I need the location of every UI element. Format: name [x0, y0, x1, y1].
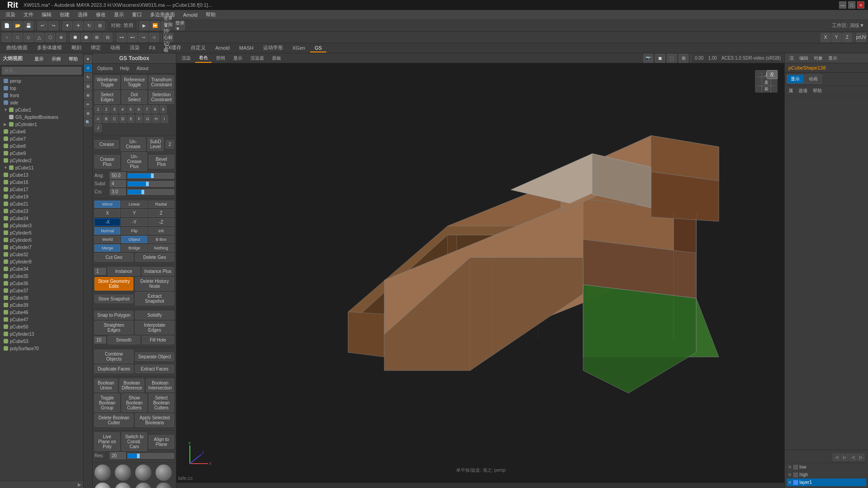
tool-universal[interactable]: ⊕ [84, 91, 92, 99]
layer-prev-btn[interactable]: ◁ [833, 454, 840, 461]
gs-flip-btn[interactable]: Flip [121, 227, 147, 235]
gs-store-snapshot-btn[interactable]: Store Snapshot [94, 295, 133, 303]
gs-crease-plus-btn[interactable]: Crease Plus [94, 155, 120, 169]
tab-mash[interactable]: MASH [235, 44, 258, 52]
outliner-item-top[interactable]: top [0, 84, 83, 92]
layer-checkbox-low[interactable] [793, 465, 798, 469]
menu-render[interactable]: 渲染 [2, 10, 19, 19]
gs-btn-1[interactable]: 1 [94, 105, 102, 113]
tab-fxcache[interactable]: FX缓存 [160, 43, 186, 53]
outliner-item-pcube17[interactable]: pCube17 [0, 186, 83, 193]
gs-mirror-btn[interactable]: Mirror [94, 201, 120, 208]
minimize-button[interactable]: — [839, 1, 846, 9]
vp-tab-lighting[interactable]: 照明 [212, 54, 229, 62]
tab-curves[interactable]: 曲线/曲面 [2, 43, 32, 53]
menu-window[interactable]: 窗口 [128, 10, 146, 19]
outliner-item-pcyl7[interactable]: pCylinder7 [0, 244, 83, 251]
outliner-item-pcyl3[interactable]: pCylinder3 [0, 222, 83, 229]
tb2-btn5[interactable]: ⬡ [45, 33, 55, 42]
layer-item-layer1[interactable]: R layer1 [787, 479, 866, 486]
gs-btn-j[interactable]: J [94, 124, 102, 132]
menu-arnold[interactable]: Arnold [179, 11, 201, 19]
gs-btn-g[interactable]: G [144, 115, 151, 123]
gs-uncrease-btn[interactable]: Un-Crease [121, 137, 145, 151]
tab-rig[interactable]: 绑定 [86, 43, 105, 53]
gs-bbox-btn[interactable]: B Box [148, 236, 174, 243]
material-ball-3[interactable] [135, 465, 151, 481]
material-ball-1[interactable] [94, 465, 111, 481]
gs-straighten-edges-btn[interactable]: Straighten Edges [94, 321, 133, 334]
gs-align-plane-btn[interactable]: Align to Plane [149, 435, 174, 449]
gs-bool-diff-btn[interactable]: Boolean Difference [119, 379, 144, 392]
gs-toggle-bool-btn[interactable]: Toggle Boolean Group [94, 394, 120, 412]
outliner-item-front[interactable]: front [0, 92, 83, 99]
toolbar-render2[interactable]: ⏩ [150, 21, 160, 30]
gs-combine-objects-btn[interactable]: Combine Objects [94, 350, 133, 363]
gs-delete-history-btn[interactable]: Delete History Node [135, 277, 174, 291]
outliner-item-persp[interactable]: persp [0, 77, 83, 84]
toolbar-redo[interactable]: ↪ [48, 21, 58, 30]
gs-delete-bool-btn[interactable]: Delete Boolean Cutter [94, 413, 133, 427]
gs-smooth-num-input[interactable] [94, 337, 106, 343]
outliner-expand-btn[interactable]: ▶ [78, 482, 81, 487]
tb2-world[interactable]: 世界空间(中心标记/磁盘) [163, 33, 173, 42]
menu-modify[interactable]: 修改 [92, 10, 109, 19]
gs-menu-about[interactable]: About [134, 65, 151, 72]
gs-z-btn[interactable]: Z [148, 209, 174, 217]
gs-bool-int-btn[interactable]: Boolean Intersection [146, 379, 174, 392]
rp-help-help[interactable]: 帮助 [811, 87, 824, 95]
gs-instance-num-input[interactable] [94, 268, 106, 275]
gs-btn-9[interactable]: 9 [160, 105, 167, 113]
outliner-item-pcyl1[interactable]: ▶ pCylinder1 [0, 121, 83, 128]
gs-btn-7[interactable]: 7 [143, 105, 151, 113]
outliner-item-pcube21[interactable]: pCube21 [0, 200, 83, 207]
rp-help-options[interactable]: 选项 [797, 87, 809, 95]
toolbar-login[interactable]: 登录 ▼ [175, 21, 185, 30]
gs-btn-d[interactable]: D [119, 115, 127, 123]
gs-switch-cam-btn[interactable]: Switch to Consti. Cam [122, 432, 147, 451]
gs-subd-value[interactable]: 2 [165, 140, 174, 149]
gs-crs-slider-thumb[interactable] [142, 190, 144, 194]
tb2-btn7[interactable]: ⬢ [70, 33, 80, 42]
outliner-item-pcyl6[interactable]: pCylinder6 [0, 236, 83, 244]
toolbar-rotate[interactable]: ↻ [84, 21, 94, 30]
toolbar-open[interactable]: 📂 [13, 21, 23, 30]
outliner-item-pcube32[interactable]: pCube32 [0, 251, 83, 258]
toolbar-move[interactable]: ✛ [73, 21, 83, 30]
outliner-item-pcube9[interactable]: pCube9 [0, 150, 83, 157]
gs-reference-toggle-btn[interactable]: Reference Toggle [122, 75, 147, 89]
outliner-item-pcube13[interactable]: pCube13 [0, 171, 83, 178]
outliner-item-pcyl8[interactable]: pCylinder8 [0, 258, 83, 265]
material-ball-5[interactable] [94, 483, 111, 488]
outliner-item-pcube36[interactable]: pCube36 [0, 280, 83, 287]
gs-res-slider[interactable] [127, 453, 174, 459]
tb2-btn9[interactable]: ⊞ [92, 33, 102, 42]
menu-file[interactable]: 文件 [20, 10, 37, 19]
gs-select-edges-btn[interactable]: Select Edges [94, 90, 120, 104]
viewport-3d[interactable]: 397818 110 0 U: 792750 216 0 E: 395064 1… [176, 63, 784, 483]
outliner-item-pcube1[interactable]: ▼ pCube1 [0, 106, 83, 113]
outliner-item-pcube7[interactable]: pCube7 [0, 135, 83, 142]
vp-tab-panel[interactable]: 面板 [269, 54, 285, 62]
gizmo-cube[interactable]: 上 左 前 左 [753, 68, 780, 95]
tb2-btn3[interactable]: ◇ [24, 33, 33, 42]
gs-subd-input[interactable] [110, 180, 126, 187]
gs-show-bool-btn[interactable]: Show Boolean Cutters [122, 394, 147, 412]
gs-crease-btn[interactable]: Crease [94, 140, 119, 149]
gs-crs-slider[interactable] [127, 189, 174, 195]
gs-res-slider-thumb[interactable] [137, 454, 140, 458]
gs-btn-8[interactable]: 8 [151, 105, 159, 113]
rp-animate-tab[interactable]: 动画 [805, 75, 822, 84]
gs-angle-slider-thumb[interactable] [151, 174, 154, 178]
tb2-btn11[interactable]: ⊶ [117, 33, 127, 42]
outliner-menu-help[interactable]: 帮助 [66, 55, 80, 63]
gs-dot-select-btn[interactable]: Dot Select [122, 90, 147, 104]
material-ball-2[interactable] [115, 465, 131, 481]
gs-res-input[interactable] [110, 452, 126, 459]
tab-motion[interactable]: 运动学形 [259, 43, 288, 53]
tb2-btn8[interactable]: ⬣ [81, 33, 91, 42]
gs-bevel-plus-btn[interactable]: Bevel Plus [149, 155, 174, 169]
gs-btn-h[interactable]: H [152, 115, 160, 123]
gs-y-btn[interactable]: Y [121, 209, 147, 217]
tool-lasso[interactable]: ⊗ [84, 109, 92, 117]
